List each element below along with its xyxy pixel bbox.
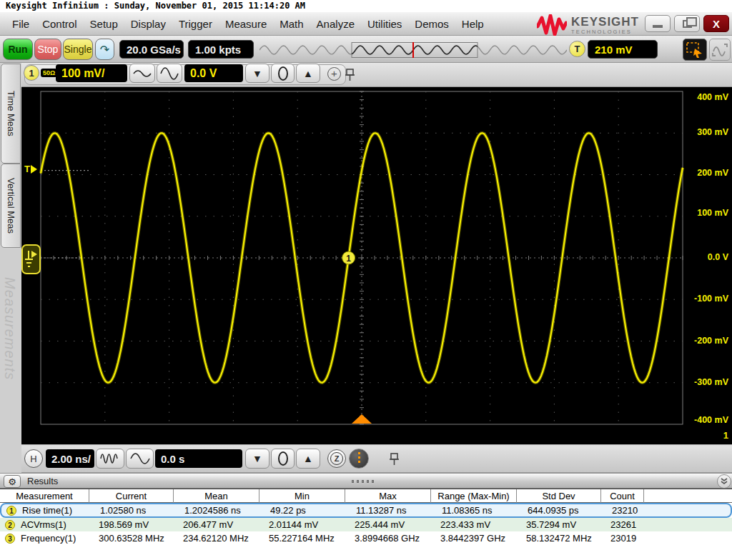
knob-icon (278, 66, 288, 81)
chevron-down-icon: ▼ (252, 68, 262, 79)
svg-text:1: 1 (346, 254, 351, 264)
channel-bar: 1 50Ω 100 mV/ 0.0 V ▼ ▲ + (21, 63, 732, 87)
measurement-badge: 3 (5, 534, 15, 544)
position-right-button[interactable]: ▲ (296, 449, 320, 469)
menu-trigger[interactable]: Trigger (172, 15, 219, 33)
stop-button[interactable]: Stop (34, 39, 61, 60)
timebase-bar: H 2.00 ns/ 0.0 s ▼ ▲ Z (21, 444, 732, 473)
touch-button[interactable]: ↷ (95, 39, 114, 60)
position-knob-button[interactable] (271, 449, 295, 469)
increase-scale-button[interactable] (157, 64, 182, 83)
trigger-badge[interactable]: T (569, 41, 585, 57)
tab-time-meas[interactable]: Time Meas (1, 64, 21, 164)
table-row[interactable]: 3Frequency(1) 300.63528 MHz 234.62120 MH… (0, 531, 732, 545)
add-channel-icon[interactable]: + (327, 67, 341, 81)
waveform-arrows-icon (711, 41, 728, 59)
menu-demos[interactable]: Demos (408, 15, 455, 33)
pin-icon[interactable] (389, 453, 399, 466)
tab-vertical-meas[interactable]: Vertical Meas (1, 164, 21, 248)
brand-name: KEYSIGHT (571, 16, 639, 28)
collapse-panel-button[interactable] (717, 474, 731, 489)
results-settings-button[interactable]: ⚙ (4, 475, 21, 488)
zoom-button[interactable]: Z (327, 449, 346, 468)
double-chevron-down-icon (720, 477, 728, 486)
gear-icon: ⚙ (8, 477, 16, 486)
zoom-z-icon: Z (330, 452, 343, 465)
brand-subtitle: TECHNOLOGIES (571, 29, 639, 35)
vertical-scale-display[interactable]: 100 mV/ (56, 64, 127, 82)
menu-utilities[interactable]: Utilities (361, 15, 408, 33)
decrease-scale-button[interactable] (129, 64, 155, 83)
offset-knob-button[interactable] (271, 64, 295, 83)
waveform-scale-button[interactable] (709, 39, 731, 61)
window-title: Keysight Infiniium : Sunday, November 01… (0, 0, 732, 12)
table-row[interactable]: 1Rise time(1) 1.02580 ns 1.2024586 ns 49… (0, 503, 732, 518)
col-min[interactable]: Min (259, 489, 345, 503)
y-axis-label: 400 mV (684, 92, 728, 103)
menu-analyze[interactable]: Analyze (310, 15, 361, 33)
vertical-offset-display[interactable]: 0.0 V (184, 64, 243, 82)
close-icon: X (713, 18, 720, 30)
menu-help[interactable]: Help (455, 15, 490, 33)
col-stddev[interactable]: Std Dev (517, 489, 601, 503)
pin-icon[interactable] (345, 69, 355, 81)
menu-display[interactable]: Display (124, 15, 172, 33)
run-button[interactable]: Run (3, 39, 33, 60)
menu-setup[interactable]: Setup (84, 15, 124, 33)
horizontal-position-display[interactable]: 0.0 s (155, 449, 242, 468)
sample-rate-display[interactable]: 20.0 GSa/s (119, 40, 184, 59)
large-sine-icon (160, 66, 179, 81)
col-count[interactable]: Count (601, 489, 644, 503)
position-left-button[interactable]: ▼ (245, 449, 269, 469)
col-max[interactable]: Max (345, 489, 431, 503)
y-axis-label: 200 mV (684, 168, 728, 179)
waveform-display[interactable]: 1 400 mV 300 mV 200 mV 100 mV 0.0 V -100… (21, 87, 732, 444)
menu-file[interactable]: File (6, 15, 36, 33)
minimize-button[interactable] (645, 15, 671, 32)
y-axis-label: 0.0 V (684, 252, 728, 263)
compress-timebase-button[interactable] (96, 449, 124, 469)
curved-arrow-icon: ↷ (100, 43, 109, 56)
impedance-badge[interactable]: 50Ω (41, 69, 57, 77)
channel1-badge[interactable]: 1 (24, 65, 39, 81)
measurements-watermark: Measurements (1, 277, 18, 380)
offset-up-button[interactable]: ▲ (296, 64, 320, 83)
horizontal-badge[interactable]: H (24, 449, 43, 468)
trigger-level-marker[interactable]: T (24, 164, 37, 174)
results-title: Results (27, 476, 58, 486)
ground-symbol-icon (24, 249, 38, 269)
menu-bar: File Control Setup Display Trigger Measu… (0, 12, 732, 36)
col-measurement[interactable]: Measurement (0, 489, 89, 503)
panel-drag-handle[interactable] (352, 480, 374, 483)
menu-measure[interactable]: Measure (219, 15, 273, 33)
menu-items: File Control Setup Display Trigger Measu… (0, 15, 490, 33)
col-range[interactable]: Range (Max-Min) (431, 489, 517, 503)
acquisition-preview-strip[interactable] (259, 41, 567, 59)
keysight-logo-icon (537, 14, 567, 36)
results-table: Measurement Current Mean Min Max Range (… (0, 489, 732, 560)
menu-control[interactable]: Control (36, 15, 83, 33)
restore-button[interactable] (674, 15, 700, 32)
zoom-window-button[interactable] (349, 449, 369, 469)
selection-tool-button[interactable] (683, 39, 707, 61)
results-table-header: Measurement Current Mean Min Max Range (… (0, 489, 732, 503)
table-row[interactable]: 2ACVrms(1) 198.569 mV 206.477 mV 2.01144… (0, 518, 732, 531)
channel-number-label: 1 (684, 430, 728, 441)
single-button[interactable]: Single (63, 39, 93, 60)
col-mean[interactable]: Mean (174, 489, 259, 503)
single-cycle-sine-icon (130, 452, 150, 465)
col-current[interactable]: Current (89, 489, 174, 503)
close-button[interactable]: X (703, 15, 729, 32)
scope-graticule-and-trace: 1 (21, 87, 732, 444)
expand-timebase-button[interactable] (126, 449, 154, 469)
channel1-ground-marker[interactable] (21, 244, 41, 274)
menu-math[interactable]: Math (273, 15, 310, 33)
selection-box-icon (686, 41, 704, 59)
offset-down-button[interactable]: ▼ (245, 64, 269, 83)
horizontal-scale-display[interactable]: 2.00 ns/ (46, 449, 94, 468)
memory-depth-display[interactable]: 1.00 kpts (188, 40, 254, 59)
measurement-badge: 1 (6, 506, 16, 516)
trigger-level-display[interactable]: 210 mV (588, 40, 658, 59)
results-header[interactable]: ⚙ Results (0, 473, 732, 489)
knob-icon (278, 451, 288, 466)
